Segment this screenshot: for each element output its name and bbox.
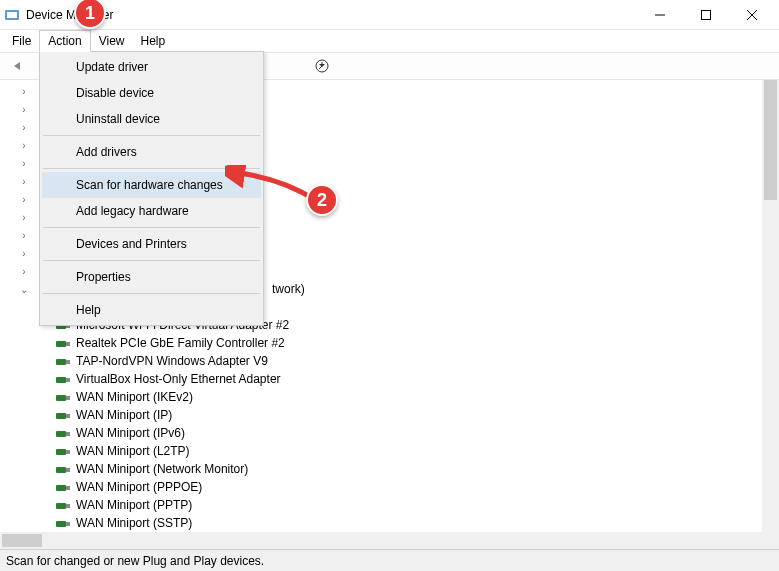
network-adapter-icon	[56, 517, 72, 529]
svg-rect-11	[56, 341, 66, 347]
vertical-scrollbar[interactable]	[762, 80, 779, 549]
chevron-right-icon[interactable]: ›	[18, 230, 30, 241]
minimize-button[interactable]	[637, 0, 683, 30]
menu-separator	[43, 135, 260, 136]
statusbar: Scan for changed or new Plug and Play de…	[0, 549, 779, 571]
svg-rect-18	[66, 396, 70, 400]
chevron-right-icon[interactable]: ›	[18, 248, 30, 259]
tree-adapter[interactable]: WAN Miniport (Network Monitor)	[8, 460, 779, 478]
svg-rect-30	[66, 504, 70, 508]
menu-separator	[43, 293, 260, 294]
svg-rect-24	[66, 450, 70, 454]
status-text: Scan for changed or new Plug and Play de…	[6, 554, 264, 568]
menu-item-help[interactable]: Help	[42, 297, 261, 323]
svg-rect-29	[56, 503, 66, 509]
scrollbar-thumb[interactable]	[2, 534, 42, 547]
chevron-right-icon[interactable]: ›	[18, 176, 30, 187]
tree-adapter[interactable]: WAN Miniport (L2TP)	[8, 442, 779, 460]
adapter-label: WAN Miniport (SSTP)	[74, 516, 194, 530]
svg-rect-19	[56, 413, 66, 419]
menu-view[interactable]: View	[91, 30, 133, 52]
network-adapter-icon	[56, 373, 72, 385]
chevron-right-icon[interactable]: ›	[18, 266, 30, 277]
menu-help[interactable]: Help	[133, 30, 174, 52]
chevron-right-icon[interactable]: ›	[18, 104, 30, 115]
menu-item-properties[interactable]: Properties	[42, 264, 261, 290]
horizontal-scrollbar[interactable]	[0, 532, 762, 549]
tree-adapter[interactable]: WAN Miniport (IP)	[8, 406, 779, 424]
toolbar-scan-icon[interactable]	[311, 55, 333, 77]
close-button[interactable]	[729, 0, 775, 30]
chevron-right-icon[interactable]: ›	[18, 158, 30, 169]
back-button[interactable]	[6, 55, 28, 77]
adapter-label: WAN Miniport (PPPOE)	[74, 480, 204, 494]
network-adapter-icon	[56, 355, 72, 367]
tree-adapter[interactable]: WAN Miniport (PPTP)	[8, 496, 779, 514]
tree-adapter[interactable]: WAN Miniport (PPPOE)	[8, 478, 779, 496]
svg-rect-23	[56, 449, 66, 455]
chevron-right-icon[interactable]: ›	[18, 86, 30, 97]
network-adapter-icon	[56, 463, 72, 475]
svg-rect-13	[56, 359, 66, 365]
svg-rect-25	[56, 467, 66, 473]
window-controls	[637, 0, 775, 30]
category-label-partial: twork)	[270, 282, 307, 296]
chevron-right-icon[interactable]: ›	[18, 194, 30, 205]
tree-adapter[interactable]: TAP-NordVPN Windows Adapter V9	[8, 352, 779, 370]
chevron-right-icon[interactable]: ›	[18, 140, 30, 151]
chevron-right-icon[interactable]: ›	[18, 212, 30, 223]
svg-rect-16	[66, 378, 70, 382]
menu-item-uninstall-device[interactable]: Uninstall device	[42, 106, 261, 132]
titlebar: Device Manager	[0, 0, 779, 30]
tree-adapter[interactable]: Realtek PCIe GbE Family Controller #2	[8, 334, 779, 352]
adapter-label: WAN Miniport (PPTP)	[74, 498, 194, 512]
menu-item-update-driver[interactable]: Update driver	[42, 54, 261, 80]
adapter-label: WAN Miniport (L2TP)	[74, 444, 192, 458]
svg-rect-28	[66, 486, 70, 490]
adapter-label: WAN Miniport (IP)	[74, 408, 174, 422]
adapter-label: WAN Miniport (IKEv2)	[74, 390, 195, 404]
svg-rect-20	[66, 414, 70, 418]
svg-rect-15	[56, 377, 66, 383]
scrollbar-thumb[interactable]	[764, 80, 777, 200]
menu-separator	[43, 260, 260, 261]
adapter-label: WAN Miniport (IPv6)	[74, 426, 187, 440]
menu-action[interactable]: Action	[39, 30, 90, 52]
menu-file[interactable]: File	[4, 30, 39, 52]
app-icon	[4, 7, 20, 23]
svg-rect-3	[702, 10, 711, 19]
svg-rect-22	[66, 432, 70, 436]
svg-rect-31	[56, 521, 66, 527]
adapter-label: VirtualBox Host-Only Ethernet Adapter	[74, 372, 283, 386]
menu-item-devices-printers[interactable]: Devices and Printers	[42, 231, 261, 257]
network-adapter-icon	[56, 391, 72, 403]
network-adapter-icon	[56, 337, 72, 349]
menubar: File Action View Help	[0, 30, 779, 52]
menu-item-add-drivers[interactable]: Add drivers	[42, 139, 261, 165]
network-adapter-icon	[56, 481, 72, 493]
menu-separator	[43, 227, 260, 228]
svg-rect-14	[66, 360, 70, 364]
menu-item-disable-device[interactable]: Disable device	[42, 80, 261, 106]
network-adapter-icon	[56, 409, 72, 421]
window-title: Device Manager	[26, 8, 637, 22]
adapter-label: Realtek PCIe GbE Family Controller #2	[74, 336, 287, 350]
svg-rect-21	[56, 431, 66, 437]
chevron-right-icon[interactable]: ›	[18, 122, 30, 133]
svg-rect-32	[66, 522, 70, 526]
svg-rect-17	[56, 395, 66, 401]
tree-adapter[interactable]: WAN Miniport (SSTP)	[8, 514, 779, 532]
network-adapter-icon	[56, 445, 72, 457]
svg-rect-26	[66, 468, 70, 472]
maximize-button[interactable]	[683, 0, 729, 30]
svg-rect-27	[56, 485, 66, 491]
tree-adapter[interactable]: WAN Miniport (IKEv2)	[8, 388, 779, 406]
chevron-down-icon[interactable]: ⌄	[18, 284, 30, 295]
annotation-marker-2: 2	[306, 184, 338, 216]
tree-adapter[interactable]: WAN Miniport (IPv6)	[8, 424, 779, 442]
svg-rect-1	[7, 12, 17, 18]
tree-adapter[interactable]: VirtualBox Host-Only Ethernet Adapter	[8, 370, 779, 388]
adapter-label: TAP-NordVPN Windows Adapter V9	[74, 354, 270, 368]
svg-rect-12	[66, 342, 70, 346]
network-adapter-icon	[56, 499, 72, 511]
